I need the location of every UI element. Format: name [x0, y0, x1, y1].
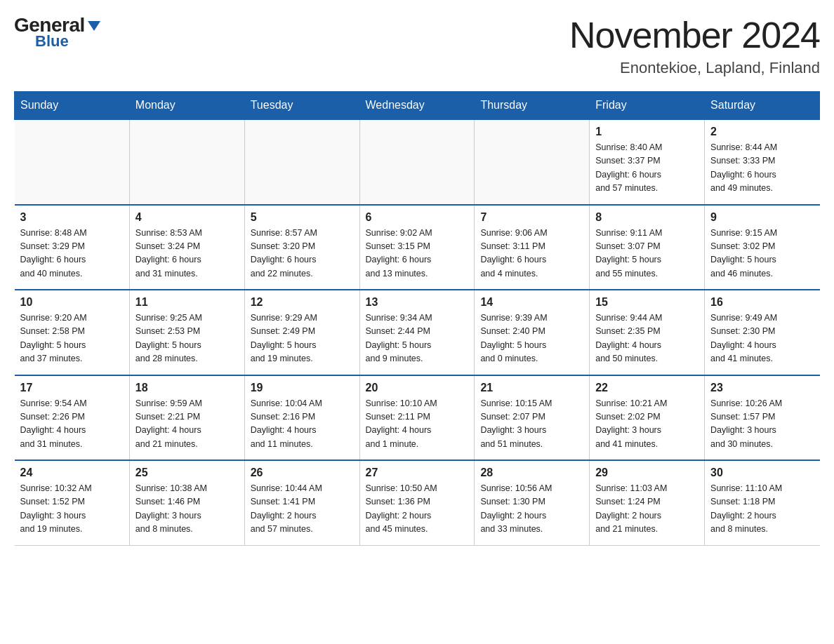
calendar-table: Sunday Monday Tuesday Wednesday Thursday… [14, 91, 820, 546]
logo-triangle-icon [86, 18, 102, 34]
calendar-week-row: 24Sunrise: 10:32 AM Sunset: 1:52 PM Dayl… [15, 460, 820, 545]
day-info: Sunrise: 8:53 AM Sunset: 3:24 PM Dayligh… [135, 227, 239, 281]
day-number: 15 [595, 296, 699, 309]
day-number: 11 [135, 296, 239, 309]
day-number: 22 [595, 382, 699, 394]
day-info: Sunrise: 10:32 AM Sunset: 1:52 PM Daylig… [20, 482, 124, 537]
table-row: 25Sunrise: 10:38 AM Sunset: 1:46 PM Dayl… [129, 460, 244, 545]
day-number: 18 [135, 382, 239, 394]
header-sunday: Sunday [15, 92, 130, 120]
table-row: 30Sunrise: 11:10 AM Sunset: 1:18 PM Dayl… [705, 460, 820, 545]
day-number: 26 [251, 467, 354, 479]
day-info: Sunrise: 8:44 AM Sunset: 3:33 PM Dayligh… [710, 141, 814, 196]
day-info: Sunrise: 11:03 AM Sunset: 1:24 PM Daylig… [595, 482, 699, 537]
day-number: 29 [595, 467, 699, 479]
table-row: 3Sunrise: 8:48 AM Sunset: 3:29 PM Daylig… [15, 205, 130, 290]
day-number: 13 [366, 296, 469, 309]
table-row: 16Sunrise: 9:49 AM Sunset: 2:30 PM Dayli… [705, 290, 820, 375]
table-row: 8Sunrise: 9:11 AM Sunset: 3:07 PM Daylig… [590, 205, 705, 290]
table-row: 20Sunrise: 10:10 AM Sunset: 2:11 PM Dayl… [359, 375, 475, 461]
day-info: Sunrise: 9:39 AM Sunset: 2:40 PM Dayligh… [480, 311, 583, 366]
table-row: 13Sunrise: 9:34 AM Sunset: 2:44 PM Dayli… [359, 290, 475, 375]
day-info: Sunrise: 9:25 AM Sunset: 2:53 PM Dayligh… [135, 311, 239, 366]
table-row: 5Sunrise: 8:57 AM Sunset: 3:20 PM Daylig… [244, 205, 359, 290]
day-info: Sunrise: 9:02 AM Sunset: 3:15 PM Dayligh… [366, 227, 469, 281]
day-number: 9 [710, 211, 814, 224]
table-row: 18Sunrise: 9:59 AM Sunset: 2:21 PM Dayli… [129, 375, 244, 461]
table-row: 2Sunrise: 8:44 AM Sunset: 3:33 PM Daylig… [705, 119, 820, 205]
day-info: Sunrise: 9:59 AM Sunset: 2:21 PM Dayligh… [135, 397, 239, 452]
day-number: 5 [251, 211, 354, 224]
day-number: 14 [480, 296, 583, 309]
day-number: 2 [710, 126, 814, 138]
day-info: Sunrise: 10:44 AM Sunset: 1:41 PM Daylig… [251, 482, 354, 537]
calendar-week-row: 3Sunrise: 8:48 AM Sunset: 3:29 PM Daylig… [15, 205, 820, 290]
day-number: 25 [135, 467, 239, 479]
day-number: 28 [480, 467, 583, 479]
calendar-title: November 2024 [569, 14, 820, 56]
day-info: Sunrise: 8:40 AM Sunset: 3:37 PM Dayligh… [595, 141, 699, 196]
day-info: Sunrise: 9:34 AM Sunset: 2:44 PM Dayligh… [366, 311, 469, 366]
day-number: 17 [20, 382, 124, 394]
day-number: 16 [710, 296, 814, 309]
header-saturday: Saturday [705, 92, 820, 120]
day-info: Sunrise: 9:29 AM Sunset: 2:49 PM Dayligh… [251, 311, 354, 366]
table-row: 14Sunrise: 9:39 AM Sunset: 2:40 PM Dayli… [475, 290, 590, 375]
day-number: 10 [20, 296, 124, 309]
day-info: Sunrise: 9:11 AM Sunset: 3:07 PM Dayligh… [595, 227, 699, 281]
header-wednesday: Wednesday [359, 92, 475, 120]
day-number: 19 [251, 382, 354, 394]
day-number: 8 [595, 211, 699, 224]
page-header: General Blue November 2024 Enontekioe, L… [14, 14, 820, 77]
table-row: 27Sunrise: 10:50 AM Sunset: 1:36 PM Dayl… [359, 460, 475, 545]
table-row [15, 119, 130, 205]
day-number: 27 [366, 467, 469, 479]
day-info: Sunrise: 8:48 AM Sunset: 3:29 PM Dayligh… [20, 227, 124, 281]
calendar-week-row: 17Sunrise: 9:54 AM Sunset: 2:26 PM Dayli… [15, 375, 820, 461]
table-row: 11Sunrise: 9:25 AM Sunset: 2:53 PM Dayli… [129, 290, 244, 375]
table-row: 6Sunrise: 9:02 AM Sunset: 3:15 PM Daylig… [359, 205, 475, 290]
table-row: 21Sunrise: 10:15 AM Sunset: 2:07 PM Dayl… [475, 375, 590, 461]
header-thursday: Thursday [475, 92, 590, 120]
day-info: Sunrise: 10:04 AM Sunset: 2:16 PM Daylig… [251, 397, 354, 452]
day-info: Sunrise: 9:15 AM Sunset: 3:02 PM Dayligh… [710, 227, 814, 281]
day-info: Sunrise: 9:20 AM Sunset: 2:58 PM Dayligh… [20, 311, 124, 366]
day-info: Sunrise: 10:56 AM Sunset: 1:30 PM Daylig… [480, 482, 583, 537]
day-number: 24 [20, 467, 124, 479]
day-info: Sunrise: 10:15 AM Sunset: 2:07 PM Daylig… [480, 397, 583, 452]
table-row [129, 119, 244, 205]
table-row: 22Sunrise: 10:21 AM Sunset: 2:02 PM Dayl… [590, 375, 705, 461]
table-row [244, 119, 359, 205]
day-number: 3 [20, 211, 124, 224]
table-row [475, 119, 590, 205]
header-friday: Friday [590, 92, 705, 120]
day-info: Sunrise: 8:57 AM Sunset: 3:20 PM Dayligh… [251, 227, 354, 281]
weekday-header-row: Sunday Monday Tuesday Wednesday Thursday… [15, 92, 820, 120]
day-info: Sunrise: 9:44 AM Sunset: 2:35 PM Dayligh… [595, 311, 699, 366]
table-row: 24Sunrise: 10:32 AM Sunset: 1:52 PM Dayl… [15, 460, 130, 545]
day-number: 12 [251, 296, 354, 309]
table-row: 15Sunrise: 9:44 AM Sunset: 2:35 PM Dayli… [590, 290, 705, 375]
table-row: 1Sunrise: 8:40 AM Sunset: 3:37 PM Daylig… [590, 119, 705, 205]
table-row: 4Sunrise: 8:53 AM Sunset: 3:24 PM Daylig… [129, 205, 244, 290]
table-row: 23Sunrise: 10:26 AM Sunset: 1:57 PM Dayl… [705, 375, 820, 461]
calendar-week-row: 10Sunrise: 9:20 AM Sunset: 2:58 PM Dayli… [15, 290, 820, 375]
table-row: 26Sunrise: 10:44 AM Sunset: 1:41 PM Dayl… [244, 460, 359, 545]
logo-blue-text: Blue [35, 32, 69, 51]
day-number: 7 [480, 211, 583, 224]
table-row: 19Sunrise: 10:04 AM Sunset: 2:16 PM Dayl… [244, 375, 359, 461]
day-info: Sunrise: 9:49 AM Sunset: 2:30 PM Dayligh… [710, 311, 814, 366]
table-row: 7Sunrise: 9:06 AM Sunset: 3:11 PM Daylig… [475, 205, 590, 290]
day-number: 1 [595, 126, 699, 138]
day-info: Sunrise: 10:26 AM Sunset: 1:57 PM Daylig… [710, 397, 814, 452]
logo: General Blue [14, 14, 102, 51]
calendar-week-row: 1Sunrise: 8:40 AM Sunset: 3:37 PM Daylig… [15, 119, 820, 205]
header-monday: Monday [129, 92, 244, 120]
table-row [359, 119, 475, 205]
svg-marker-0 [88, 21, 100, 31]
table-row: 9Sunrise: 9:15 AM Sunset: 3:02 PM Daylig… [705, 205, 820, 290]
day-number: 21 [480, 382, 583, 394]
day-info: Sunrise: 10:50 AM Sunset: 1:36 PM Daylig… [366, 482, 469, 537]
day-info: Sunrise: 10:38 AM Sunset: 1:46 PM Daylig… [135, 482, 239, 537]
day-info: Sunrise: 10:21 AM Sunset: 2:02 PM Daylig… [595, 397, 699, 452]
